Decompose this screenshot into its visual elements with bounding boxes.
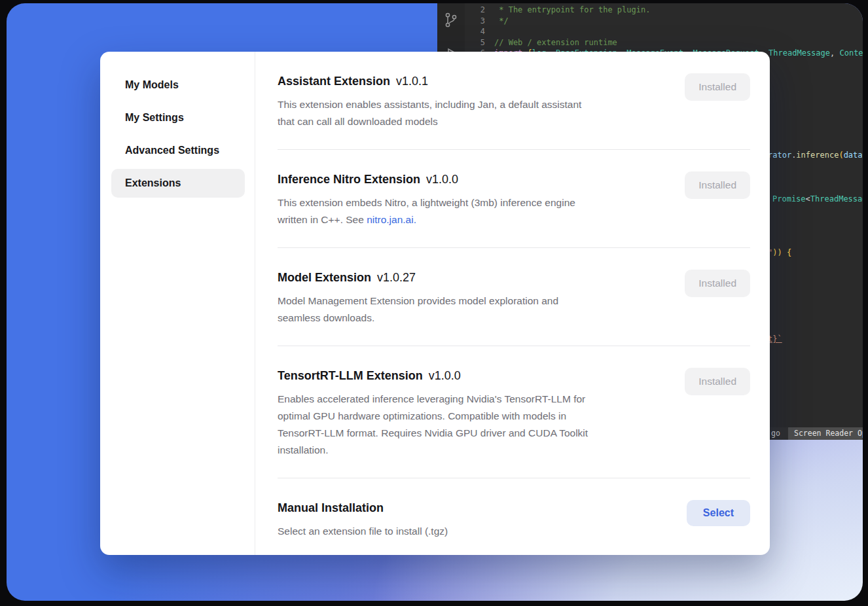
extension-description: This extension embeds Nitro, a lightweig… (278, 194, 676, 228)
extension-title: Inference Nitro Extensionv1.0.0 (278, 171, 676, 187)
extension-row: Model Extensionv1.0.27 Model Management … (278, 248, 750, 346)
code-line: 3 */ (465, 16, 863, 27)
extension-description: Model Management Extension provides mode… (278, 293, 676, 327)
extension-description-text: Enables accelerated inference leveraging… (278, 393, 588, 455)
code-token: Promise (772, 194, 806, 204)
code-token: ( (839, 151, 843, 160)
installed-button[interactable]: Installed (685, 171, 750, 199)
extension-row: TensortRT-LLM Extensionv1.0.0 Enables ac… (278, 346, 750, 478)
extensions-list: Assistant Extensionv1.0.1 This extension… (255, 52, 770, 555)
extension-row: Manual Installation Select an extension … (278, 478, 750, 555)
extension-description-text: This extension embeds Nitro, a lightweig… (278, 197, 575, 225)
code-token: < (806, 194, 810, 204)
code-token: // Web / extension runtime (494, 38, 617, 47)
sidebar-item-label: Advanced Settings (125, 145, 219, 156)
settings-sidebar: My Models My Settings Advanced Settings … (100, 52, 255, 555)
extension-description: This extension enables assistants, inclu… (278, 96, 676, 130)
code-token: data (844, 151, 863, 160)
code-token: )) { (772, 248, 791, 257)
sidebar-item-label: My Settings (125, 112, 184, 124)
line-number: 3 (465, 16, 485, 27)
extension-info: Model Extensionv1.0.27 Model Management … (278, 270, 685, 327)
code-token: t}` (768, 334, 782, 344)
code-fragment: t}` (768, 334, 782, 344)
installed-button[interactable]: Installed (685, 73, 750, 101)
extension-info: Assistant Extensionv1.0.1 This extension… (278, 73, 685, 130)
code-line: 4 (465, 26, 863, 37)
extension-version: v1.0.0 (429, 369, 461, 382)
extension-version: v1.0.1 (396, 75, 428, 88)
select-file-button[interactable]: Select (687, 500, 750, 526)
extension-info: Manual Installation Select an extension … (278, 500, 687, 540)
code-lines: 2 * The entrypoint for the plugin. 3 */ … (465, 5, 863, 59)
sidebar-item-my-models[interactable]: My Models (111, 71, 245, 99)
code-fragment: rator.inference(data)); (768, 151, 863, 160)
line-content: * The entrypoint for the plugin. (494, 5, 650, 16)
extension-title: TensortRT-LLM Extensionv1.0.0 (278, 368, 676, 383)
installed-button[interactable]: Installed (685, 270, 750, 297)
extension-row: Inference Nitro Extensionv1.0.0 This ext… (278, 150, 750, 248)
installed-button[interactable]: Installed (685, 368, 750, 395)
code-fragment: ")) { (768, 248, 791, 258)
sidebar-item-my-settings[interactable]: My Settings (111, 103, 245, 132)
code-token: ContentType (839, 48, 863, 58)
extension-version: v1.0.0 (426, 173, 458, 186)
extension-title: Manual Installation (278, 500, 678, 516)
status-left-text: go (771, 427, 780, 440)
line-number: 5 (465, 37, 485, 48)
sidebar-item-label: Extensions (125, 177, 181, 189)
settings-modal: My Models My Settings Advanced Settings … (100, 52, 770, 555)
code-token: rator (768, 151, 791, 160)
line-number: 4 (465, 26, 485, 37)
extension-description-link[interactable]: nitro.jan.ai. (367, 214, 416, 225)
app-window: 2 * The entrypoint for the plugin. 3 */ … (7, 3, 863, 601)
extension-name: Manual Installation (278, 501, 384, 514)
extension-info: Inference Nitro Extensionv1.0.0 This ext… (278, 171, 685, 228)
extension-name: Assistant Extension (278, 75, 390, 88)
sidebar-item-label: My Models (125, 79, 179, 91)
source-control-icon[interactable] (437, 12, 465, 28)
extension-description: Select an extension file to install (.tg… (278, 523, 678, 540)
extension-row: Assistant Extensionv1.0.1 This extension… (278, 52, 750, 150)
code-fragment: Promise<ThreadMessage> (772, 194, 863, 204)
line-content: */ (494, 16, 509, 27)
sidebar-item-extensions[interactable]: Extensions (111, 169, 245, 198)
extension-info: TensortRT-LLM Extensionv1.0.0 Enables ac… (278, 368, 685, 459)
extension-version: v1.0.27 (377, 271, 416, 284)
code-line: 2 * The entrypoint for the plugin. (465, 5, 863, 16)
sidebar-item-advanced-settings[interactable]: Advanced Settings (111, 136, 245, 165)
code-token: */ (494, 16, 509, 26)
code-token: inference (796, 151, 839, 160)
extension-title: Assistant Extensionv1.0.1 (278, 73, 676, 89)
code-line: 5 // Web / extension runtime (465, 37, 863, 48)
extension-description-text: This extension enables assistants, inclu… (278, 99, 581, 127)
extension-name: Model Extension (278, 271, 371, 284)
line-content: // Web / extension runtime (494, 37, 617, 48)
code-token: ThreadMessage (810, 194, 863, 204)
extension-title: Model Extensionv1.0.27 (278, 270, 676, 285)
code-token: * The entrypoint for the plugin. (494, 5, 650, 14)
extension-description-text: Select an extension file to install (.tg… (278, 526, 448, 537)
screen-reader-status[interactable]: Screen Reader Optimized (788, 427, 863, 440)
extension-name: TensortRT-LLM Extension (278, 369, 423, 382)
code-token: ThreadMessage (769, 48, 830, 58)
extension-name: Inference Nitro Extension (278, 173, 420, 186)
extension-description: Enables accelerated inference leveraging… (278, 391, 676, 459)
extension-description-text: Model Management Extension provides mode… (278, 295, 558, 323)
code-token: , (830, 48, 839, 58)
line-number: 2 (465, 5, 485, 16)
